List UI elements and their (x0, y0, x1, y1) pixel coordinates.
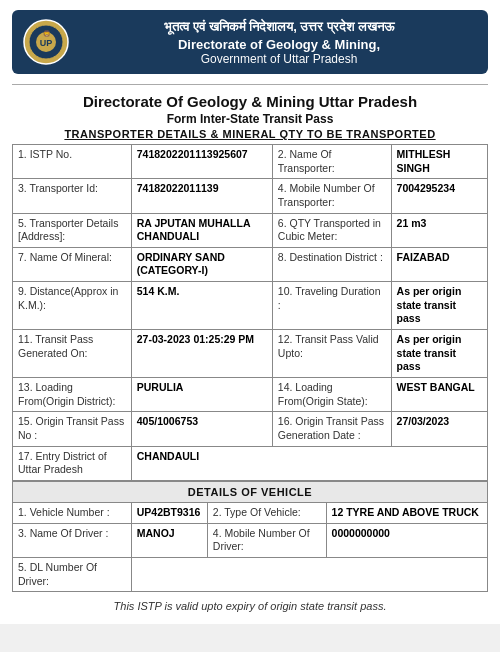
cell-value: 7418202201113925607 (131, 145, 272, 179)
cell-label: 17. Entry District of Uttar Pradesh (13, 446, 132, 480)
cell-value: MANOJ (131, 523, 207, 557)
table-row: 17. Entry District of Uttar PradeshCHAND… (13, 446, 488, 480)
table-row: 3. Name Of Driver :MANOJ4. Mobile Number… (13, 523, 488, 557)
table-row: 1. Vehicle Number :UP42BT93162. Type Of … (13, 503, 488, 524)
vehicle-section-title: Details Of Vehicle (13, 481, 488, 502)
cell-label: 3. Transporter Id: (13, 179, 132, 213)
table-row: 9. Distance(Approx in K.M.):514 K.M.10. … (13, 282, 488, 330)
cell-value: RA JPUTAN MUHALLA CHANDUALI (131, 213, 272, 247)
cell-label: 1. ISTP No. (13, 145, 132, 179)
cell-value: 74182022011139 (131, 179, 272, 213)
cell-label: 12. Transit Pass Valid Upto: (272, 330, 391, 378)
cell-label: 13. Loading From(Origin District): (13, 377, 132, 411)
cell-label: 6. QTY Transported in Cubic Meter: (272, 213, 391, 247)
cell-value: 7004295234 (391, 179, 487, 213)
header-eng1: Directorate of Geology & Mining, (80, 37, 478, 52)
cell-label: 5. DL Number Of Driver: (13, 558, 132, 592)
cell-value: CHANDAULI (131, 446, 487, 480)
cell-label: 9. Distance(Approx in K.M.): (13, 282, 132, 330)
cell-value: FAIZABAD (391, 247, 487, 281)
cell-value: PURULIA (131, 377, 272, 411)
cell-value: UP42BT9316 (131, 503, 207, 524)
footer-note: This ISTP is valid upto expiry of origin… (12, 600, 488, 612)
vehicle-table: Details Of Vehicle 1. Vehicle Number :UP… (12, 481, 488, 593)
table-row: 1. ISTP No.74182022011139256072. Name Of… (13, 145, 488, 179)
cell-label: 14. Loading From(Origin State): (272, 377, 391, 411)
cell-value: WEST BANGAL (391, 377, 487, 411)
cell-label: 5. Transporter Details [Address]: (13, 213, 132, 247)
cell-label: 1. Vehicle Number : (13, 503, 132, 524)
cell-label: 16. Origin Transit Pass Generation Date … (272, 412, 391, 446)
divider-1 (12, 84, 488, 85)
header-hindi: भूतत्व एवं खनिकर्म निदेशालय, उत्तर प्रदे… (80, 19, 478, 35)
header-text: भूतत्व एवं खनिकर्म निदेशालय, उत्तर प्रदे… (80, 19, 478, 66)
main-title: Directorate Of Geology & Mining Uttar Pr… (12, 93, 488, 110)
cell-label: 7. Name Of Mineral: (13, 247, 132, 281)
logo-icon: UP 🦁 (22, 18, 70, 66)
cell-value: 405/1006753 (131, 412, 272, 446)
svg-text:UP: UP (40, 38, 53, 48)
cell-value: 514 K.M. (131, 282, 272, 330)
cell-value: 27-03-2023 01:25:29 PM (131, 330, 272, 378)
cell-value: 12 TYRE AND ABOVE TRUCK (326, 503, 487, 524)
cell-label: 4. Mobile Number Of Driver: (207, 523, 326, 557)
vehicle-section-header: Details Of Vehicle (13, 481, 488, 502)
cell-label: 10. Traveling Duration : (272, 282, 391, 330)
section-heading: Transporter Details & Mineral QTY to be … (12, 128, 488, 140)
cell-label: 2. Type Of Vehicle: (207, 503, 326, 524)
cell-label: 8. Destination District : (272, 247, 391, 281)
cell-label: 4. Mobile Number Of Transporter: (272, 179, 391, 213)
cell-label: 11. Transit Pass Generated On: (13, 330, 132, 378)
table-row: 5. Transporter Details [Address]:RA JPUT… (13, 213, 488, 247)
cell-value: 0000000000 (326, 523, 487, 557)
form-title: Form Inter-State Transit Pass (12, 112, 488, 126)
cell-value: As per origin state transit pass (391, 282, 487, 330)
table-row: 5. DL Number Of Driver: (13, 558, 488, 592)
table-row: 3. Transporter Id:741820220111394. Mobil… (13, 179, 488, 213)
header-eng2: Government of Uttar Pradesh (80, 52, 478, 66)
header-box: UP 🦁 भूतत्व एवं खनिकर्म निदेशालय, उत्तर … (12, 10, 488, 74)
cell-value: 21 m3 (391, 213, 487, 247)
cell-value: ORDINARY SAND (CATEGORY-I) (131, 247, 272, 281)
cell-label: 3. Name Of Driver : (13, 523, 132, 557)
main-table: 1. ISTP No.74182022011139256072. Name Of… (12, 144, 488, 481)
cell-label: 2. Name Of Transporter: (272, 145, 391, 179)
cell-value: MITHLESH SINGH (391, 145, 487, 179)
table-row: 11. Transit Pass Generated On:27-03-2023… (13, 330, 488, 378)
page: UP 🦁 भूतत्व एवं खनिकर्म निदेशालय, उत्तर … (0, 0, 500, 624)
table-row: 15. Origin Transit Pass No :405/10067531… (13, 412, 488, 446)
cell-value: 27/03/2023 (391, 412, 487, 446)
cell-value (131, 558, 487, 592)
cell-value: As per origin state transit pass (391, 330, 487, 378)
table-row: 7. Name Of Mineral:ORDINARY SAND (CATEGO… (13, 247, 488, 281)
svg-text:🦁: 🦁 (43, 30, 51, 38)
table-row: 13. Loading From(Origin District):PURULI… (13, 377, 488, 411)
cell-label: 15. Origin Transit Pass No : (13, 412, 132, 446)
